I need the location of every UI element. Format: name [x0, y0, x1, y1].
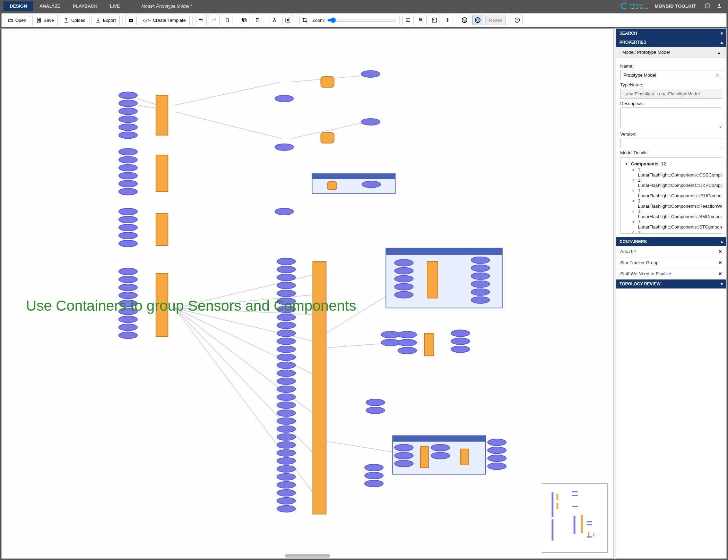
svg-rect-50 [424, 333, 434, 356]
clear-name-icon[interactable]: ✕ [716, 72, 719, 78]
align-tool-2[interactable]: N↓ [416, 15, 427, 25]
svg-rect-41 [321, 77, 334, 87]
graph-canvas[interactable] [2, 29, 613, 559]
zoom-slider[interactable] [327, 17, 397, 23]
group-button[interactable] [282, 15, 293, 25]
minimap[interactable] [542, 483, 608, 553]
svg-rect-42 [321, 132, 334, 143]
copy-button[interactable] [239, 15, 250, 25]
tab-analyze[interactable]: ANALYZE [33, 1, 67, 11]
tab-live[interactable]: LIVE [104, 1, 126, 11]
toolkit-label: MONSID TOOLKIT [655, 3, 696, 9]
export-button[interactable]: Export [92, 15, 120, 25]
chevron-up-icon: ▴ [721, 239, 723, 244]
open-button[interactable]: Open [4, 15, 30, 25]
svg-rect-57 [556, 494, 558, 500]
svg-rect-49 [427, 261, 438, 298]
container-row[interactable]: Area 52✕ [616, 246, 726, 257]
remove-container-icon[interactable]: ✕ [718, 271, 722, 276]
s-icon: S [462, 17, 467, 23]
caption-text: Use Containers to group Sensors and Comp… [26, 296, 356, 316]
tab-design[interactable]: DESIGN [3, 1, 33, 11]
nodes-chip[interactable]: Nodes [485, 15, 506, 25]
remove-container-icon[interactable]: ✕ [718, 260, 722, 265]
view-tool-s[interactable]: S [459, 15, 470, 25]
svg-rect-48 [386, 248, 502, 255]
help-icon[interactable]: ? [702, 1, 713, 11]
container-row[interactable]: Star Tracker Group✕ [616, 257, 726, 268]
containers-list: Area 52✕Star Tracker Group✕Stuff We Need… [616, 246, 726, 279]
code-icon: </> [142, 18, 150, 23]
toolbar-help-button[interactable]: ? [512, 15, 523, 25]
svg-rect-63 [587, 521, 592, 523]
svg-rect-67 [588, 532, 590, 536]
svg-line-21 [138, 105, 158, 109]
component-item: 1: LunarFlashlight::Components::CSSCompo… [638, 167, 718, 178]
app-root: DESIGN ANALYZE PLAYBACK LIVE Model: Prot… [0, 0, 728, 560]
chevron-down-icon: ▾ [721, 31, 723, 36]
tree-icon [272, 17, 277, 23]
svg-rect-39 [156, 214, 168, 245]
screenshot-button[interactable] [125, 15, 137, 25]
version-input[interactable] [620, 138, 722, 148]
svg-rect-61 [572, 495, 578, 496]
view-tool-c[interactable]: C [472, 15, 483, 25]
component-item: 1: LunarFlashlight::Components::TRCompon… [638, 230, 718, 234]
container-star-tracker[interactable] [386, 248, 502, 308]
svg-point-10 [273, 21, 274, 22]
svg-rect-62 [572, 506, 578, 507]
align-tool-1[interactable] [402, 15, 414, 25]
horizontal-scrollbar[interactable] [285, 554, 330, 558]
camera-icon [128, 17, 134, 23]
topbar: DESIGN ANALYZE PLAYBACK LIVE Model: Prot… [0, 0, 728, 12]
name-input[interactable] [620, 70, 722, 80]
panel-containers-header[interactable]: CONTAINERS ▴ [616, 237, 726, 246]
group-icon [285, 17, 291, 23]
toolbar: Open Save Upload Export </> Create Templ… [1, 13, 727, 27]
container-row[interactable]: Stuff We Need to Finalize✕ [616, 268, 726, 279]
svg-rect-54 [460, 449, 468, 465]
hierarchy-button[interactable] [269, 15, 280, 25]
svg-point-2 [718, 4, 720, 6]
panel-search-header[interactable]: SEARCH ▾ [616, 29, 726, 38]
container-top[interactable] [312, 174, 395, 194]
redo-button[interactable] [209, 15, 220, 25]
chevron-up-icon: ▴ [721, 40, 723, 45]
description-input[interactable] [620, 107, 722, 128]
model-details-box[interactable]: Components: 12 1: LunarFlashlight::Compo… [620, 157, 722, 234]
delete-button[interactable] [222, 15, 233, 25]
svg-point-4 [130, 20, 132, 21]
right-sidebar: SEARCH ▾ PROPERTIES ▴ Model: Prototype M… [616, 28, 727, 559]
brand-swirl-icon [621, 2, 628, 9]
properties-subheader[interactable]: Model: Prototype Model ▴ [616, 47, 726, 58]
typename-input [620, 89, 722, 99]
svg-line-20 [138, 98, 158, 105]
distribute-tool[interactable] [442, 15, 453, 25]
container-label: Area 52 [620, 249, 636, 254]
paste-button[interactable] [252, 15, 263, 25]
undo-button[interactable] [196, 15, 207, 25]
upload-icon [63, 17, 69, 23]
undo-icon [198, 17, 204, 23]
canvas-area[interactable]: Use Containers to group Sensors and Comp… [1, 28, 614, 559]
copy-icon [242, 17, 247, 23]
save-button[interactable]: Save [32, 15, 58, 25]
svg-rect-45 [328, 182, 337, 190]
svg-rect-8 [257, 18, 258, 19]
folder-open-icon [8, 17, 13, 23]
container-bottom[interactable] [392, 436, 485, 474]
tab-playback[interactable]: PLAYBACK [67, 1, 104, 11]
remove-container-icon[interactable]: ✕ [718, 249, 722, 254]
panel-topology-header[interactable]: TOPOLOGY REVIEW ▾ [616, 279, 726, 288]
main-body: Use Containers to group Sensors and Comp… [1, 28, 727, 559]
chevron-up-icon: ▴ [718, 50, 720, 55]
panel-tool[interactable] [429, 15, 440, 25]
upload-button[interactable]: Upload [60, 15, 89, 25]
container-label: Stuff We Need to Finalize [620, 271, 671, 276]
panel-properties-header[interactable]: PROPERTIES ▴ [616, 38, 726, 47]
create-template-button[interactable]: </> Create Template [139, 15, 190, 25]
user-icon[interactable] [714, 1, 725, 11]
container-label: Star Tracker Group [620, 260, 659, 265]
details-label: Model Details: [620, 150, 722, 155]
crop-button[interactable] [299, 15, 310, 25]
